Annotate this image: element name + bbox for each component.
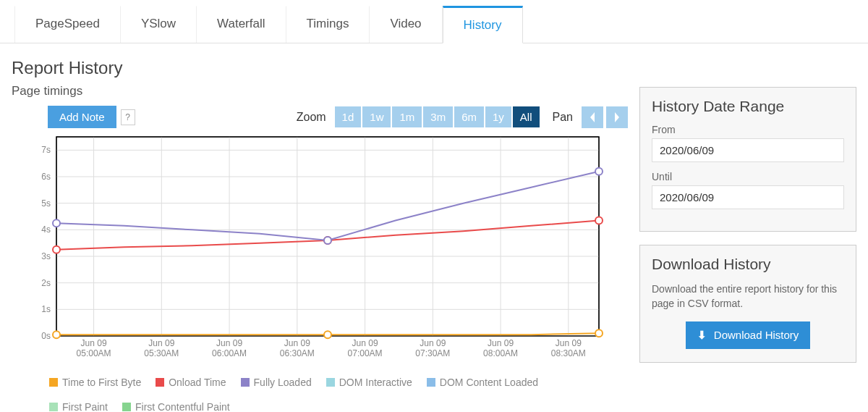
- svg-point-45: [53, 246, 60, 253]
- zoom-all-button[interactable]: All: [513, 106, 540, 127]
- svg-text:Jun 09: Jun 09: [81, 338, 107, 348]
- zoom-1m-button[interactable]: 1m: [392, 106, 422, 127]
- svg-text:Jun 09: Jun 09: [420, 338, 446, 348]
- zoom-1d-button[interactable]: 1d: [335, 106, 362, 127]
- help-icon[interactable]: ?: [121, 109, 135, 125]
- legend-label: DOM Interactive: [339, 377, 412, 388]
- legend-label: Time to First Byte: [62, 377, 141, 388]
- legend-swatch: [49, 403, 58, 411]
- download-history-button[interactable]: ⬇ Download History: [686, 321, 811, 349]
- svg-text:07:00AM: 07:00AM: [348, 348, 383, 358]
- tab-pagespeed[interactable]: PageSpeed: [14, 6, 121, 43]
- chart-container: Jun 0905:00AMJun 0905:30AMJun 0906:00AMJ…: [26, 133, 628, 371]
- svg-point-47: [595, 217, 603, 224]
- download-panel: Download History Download the entire rep…: [639, 245, 856, 363]
- line-chart: Jun 0905:00AMJun 0905:30AMJun 0906:00AMJ…: [26, 133, 612, 368]
- pan-label: Pan: [553, 111, 573, 124]
- date-range-title: History Date Range: [652, 98, 844, 115]
- svg-text:Jun 09: Jun 09: [556, 338, 582, 348]
- svg-text:7s: 7s: [41, 145, 51, 155]
- legend-label: DOM Content Loaded: [440, 377, 538, 388]
- legend-item[interactable]: Time to First Byte: [49, 377, 141, 388]
- svg-text:Jun 09: Jun 09: [488, 338, 514, 348]
- chart-toolbar: Add Note ? Zoom 1d1w1m3m6m1yAll Pan: [48, 106, 628, 128]
- legend-swatch: [49, 378, 58, 387]
- legend-item[interactable]: DOM Content Loaded: [427, 377, 538, 388]
- from-input[interactable]: [652, 138, 844, 162]
- svg-text:Jun 09: Jun 09: [148, 338, 174, 348]
- svg-text:06:30AM: 06:30AM: [280, 348, 315, 358]
- until-input[interactable]: [652, 185, 844, 209]
- tab-video[interactable]: Video: [370, 6, 442, 43]
- svg-text:4s: 4s: [41, 224, 51, 235]
- legend-item[interactable]: First Contentful Paint: [122, 401, 230, 412]
- zoom-6m-button[interactable]: 6m: [454, 106, 484, 127]
- svg-text:3s: 3s: [41, 251, 51, 261]
- download-button-label: Download History: [714, 329, 799, 341]
- legend-label: First Contentful Paint: [135, 401, 230, 412]
- pan-right-button[interactable]: [606, 106, 628, 128]
- tabs-bar: PageSpeedYSlowWaterfallTimingsVideoHisto…: [0, 6, 868, 43]
- legend-item[interactable]: Fully Loaded: [241, 377, 312, 388]
- legend-label: First Paint: [62, 401, 108, 412]
- zoom-group: 1d1w1m3m6m1yAll: [335, 106, 541, 127]
- download-title: Download History: [652, 256, 844, 273]
- legend-swatch: [156, 378, 164, 387]
- legend-swatch: [241, 378, 250, 387]
- add-note-button[interactable]: Add Note: [48, 106, 116, 128]
- legend-item[interactable]: DOM Interactive: [326, 377, 412, 388]
- pan-group: [582, 106, 628, 128]
- svg-text:2s: 2s: [41, 278, 51, 288]
- download-icon: ⬇: [697, 329, 707, 341]
- svg-text:05:30AM: 05:30AM: [144, 348, 179, 358]
- svg-text:0s: 0s: [41, 331, 51, 341]
- svg-point-48: [53, 219, 60, 227]
- svg-text:08:00AM: 08:00AM: [483, 348, 518, 358]
- report-title: Report History: [12, 58, 628, 78]
- pan-left-button[interactable]: [582, 106, 603, 128]
- svg-point-49: [324, 237, 331, 244]
- svg-text:6s: 6s: [41, 172, 51, 182]
- zoom-label: Zoom: [297, 111, 326, 124]
- svg-point-50: [595, 168, 603, 175]
- svg-text:05:00AM: 05:00AM: [77, 348, 111, 358]
- svg-text:1s: 1s: [41, 304, 51, 314]
- until-label: Until: [652, 171, 844, 182]
- svg-text:08:30AM: 08:30AM: [551, 348, 586, 358]
- svg-text:Jun 09: Jun 09: [216, 338, 242, 348]
- zoom-1w-button[interactable]: 1w: [362, 106, 391, 127]
- svg-point-42: [53, 331, 60, 338]
- date-range-panel: History Date Range From Until: [639, 87, 856, 232]
- legend-label: Onload Time: [169, 377, 226, 388]
- tab-yslow[interactable]: YSlow: [121, 6, 197, 43]
- legend-label: Fully Loaded: [254, 377, 312, 388]
- legend-swatch: [326, 378, 335, 387]
- chart-legend: Time to First ByteOnload TimeFully Loade…: [49, 377, 599, 412]
- legend-item[interactable]: Onload Time: [156, 377, 226, 388]
- svg-point-43: [324, 331, 331, 338]
- zoom-3m-button[interactable]: 3m: [423, 106, 453, 127]
- svg-text:Jun 09: Jun 09: [352, 338, 378, 348]
- download-desc: Download the entire report history for t…: [652, 282, 844, 311]
- tab-timings[interactable]: Timings: [286, 6, 370, 43]
- tab-history[interactable]: History: [443, 6, 523, 43]
- from-label: From: [652, 124, 844, 135]
- svg-text:06:00AM: 06:00AM: [212, 348, 247, 358]
- legend-swatch: [122, 403, 131, 411]
- svg-text:Jun 09: Jun 09: [284, 338, 310, 348]
- zoom-1y-button[interactable]: 1y: [485, 106, 511, 127]
- legend-item[interactable]: First Paint: [49, 401, 108, 412]
- svg-text:5s: 5s: [41, 198, 51, 209]
- svg-point-44: [595, 329, 603, 337]
- tab-waterfall[interactable]: Waterfall: [197, 6, 286, 43]
- svg-text:07:30AM: 07:30AM: [415, 348, 450, 358]
- legend-swatch: [427, 378, 435, 387]
- page-subheading: Page timings: [12, 84, 628, 98]
